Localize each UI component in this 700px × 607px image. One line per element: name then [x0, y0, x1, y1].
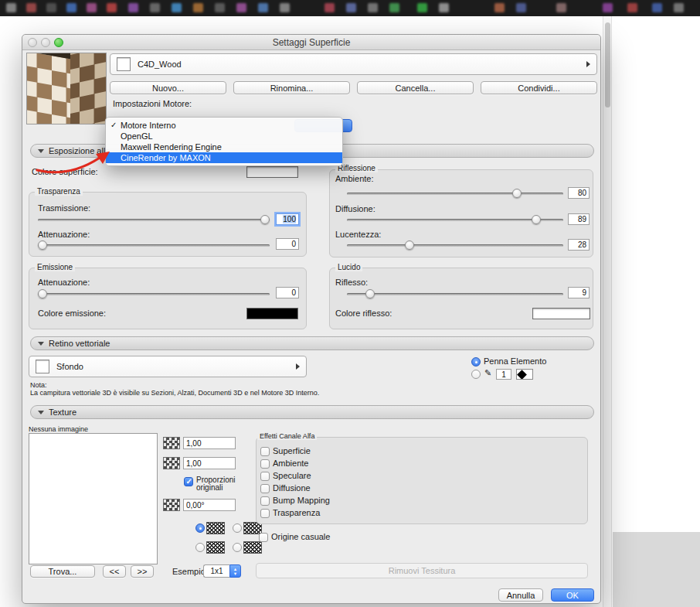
menubar-icon[interactable]: [346, 3, 356, 12]
menubar-icon[interactable]: [26, 3, 36, 12]
menubar-icon[interactable]: [87, 3, 97, 12]
mirror-option-2-radio[interactable]: [233, 523, 242, 533]
emission-attenuation-slider[interactable]: [38, 289, 270, 299]
delete-button[interactable]: Cancella...: [357, 81, 474, 94]
menubar-icon[interactable]: [417, 3, 427, 12]
find-texture-button[interactable]: Trova...: [30, 565, 95, 578]
random-origin-checkbox[interactable]: [259, 533, 268, 542]
transmission-value-field[interactable]: 100: [276, 213, 299, 225]
reflex-slider[interactable]: [347, 289, 563, 299]
diffusion-value-field[interactable]: 89: [568, 213, 590, 225]
mirror-option-1-radio[interactable]: [195, 523, 205, 533]
menubar-icon[interactable]: [215, 3, 225, 12]
title-bar[interactable]: Settaggi Superficie: [22, 35, 600, 50]
previous-texture-button[interactable]: <<: [103, 565, 126, 578]
section-header-vector-hatch[interactable]: Retino vettoriale: [30, 336, 594, 350]
menu-item-cinerender[interactable]: CineRender by MAXON: [106, 152, 342, 163]
menubar-icon[interactable]: [603, 3, 613, 12]
surface-color-swatch[interactable]: [246, 166, 298, 178]
ambient-slider[interactable]: [347, 189, 563, 199]
texture-size-y-field[interactable]: 1,00: [183, 457, 236, 469]
menubar-icon[interactable]: [439, 3, 449, 12]
section-header-texture[interactable]: Texture: [30, 405, 594, 419]
alpha-bump-mapping-checkbox[interactable]: [260, 496, 270, 506]
menubar-icon[interactable]: [236, 3, 246, 12]
example-stepper[interactable]: 1x1: [203, 564, 241, 578]
scrollbar-thumb[interactable]: [605, 22, 610, 107]
alpha-diffusione-checkbox[interactable]: [260, 484, 270, 493]
shininess-slider[interactable]: [347, 240, 563, 251]
surface-color-label: Colore superficie:: [32, 167, 98, 176]
menubar-icon[interactable]: [627, 3, 637, 12]
attenuation-value-field[interactable]: 0: [276, 238, 299, 250]
menubar-icon[interactable]: [150, 3, 160, 12]
mirror-pattern-3-icon: [206, 541, 225, 554]
menubar-icon[interactable]: [494, 3, 505, 12]
share-button[interactable]: Condividi...: [481, 81, 597, 94]
menu-item-internal-engine[interactable]: ✓ Motore Interno: [106, 120, 342, 131]
slider-thumb[interactable]: [365, 289, 375, 298]
menubar-icon[interactable]: [389, 3, 399, 12]
diffusion-slider[interactable]: [347, 215, 563, 225]
menubar-icon[interactable]: [46, 3, 56, 12]
menubar-icon[interactable]: [128, 3, 138, 12]
emission-attenuation-label: Attenuazione:: [38, 278, 90, 287]
new-button[interactable]: Nuovo...: [110, 81, 226, 94]
menubar-icon[interactable]: [368, 3, 378, 12]
slider-thumb[interactable]: [38, 240, 47, 250]
alpha-trasparenza-checkbox[interactable]: [260, 509, 270, 518]
menubar-icon[interactable]: [6, 3, 16, 12]
rename-button[interactable]: Rinomina...: [233, 81, 350, 94]
attenuation-slider[interactable]: [38, 240, 270, 251]
menubar-icon[interactable]: [280, 3, 290, 12]
slider-track: [347, 293, 563, 295]
background-hatch-selector[interactable]: Sfondo: [29, 356, 307, 377]
material-swatch: [117, 57, 131, 71]
alpha-speculare-checkbox[interactable]: [260, 472, 270, 481]
reflex-color-swatch[interactable]: [532, 308, 590, 319]
menu-item-maxwell[interactable]: Maxwell Rendering Engine: [106, 142, 342, 152]
next-texture-button[interactable]: >>: [131, 565, 154, 578]
custom-pen-radio[interactable]: [471, 370, 481, 379]
material-selector[interactable]: C4D_Wood: [110, 53, 597, 75]
texture-angle-field[interactable]: 0,00°: [183, 499, 236, 511]
menubar-icon[interactable]: [107, 3, 117, 12]
scrollbar[interactable]: [603, 16, 612, 607]
menubar-icon[interactable]: [325, 3, 335, 12]
menubar-icon[interactable]: [258, 3, 268, 12]
pen-number-field[interactable]: 1: [496, 369, 511, 380]
slider-thumb[interactable]: [38, 289, 47, 298]
menubar-icon[interactable]: [556, 3, 566, 12]
pen-color-chip[interactable]: [516, 369, 533, 380]
transmission-slider[interactable]: [38, 215, 270, 225]
field-value: 1: [501, 370, 506, 379]
slider-thumb[interactable]: [260, 215, 270, 224]
menubar-icon[interactable]: [674, 3, 684, 12]
ok-button[interactable]: OK: [551, 588, 594, 602]
emission-color-swatch[interactable]: [246, 308, 298, 319]
menu-item-opengl[interactable]: OpenGL: [106, 131, 342, 142]
mirror-option-4-radio[interactable]: [233, 543, 242, 552]
shininess-value-field[interactable]: 28: [568, 239, 590, 251]
original-proportions-checkbox[interactable]: [184, 477, 193, 486]
pen-element-radio[interactable]: [471, 357, 481, 367]
menubar-icon[interactable]: [193, 3, 203, 12]
menubar-icon[interactable]: [652, 3, 662, 12]
field-value: 89: [578, 215, 586, 223]
texture-size-x-field[interactable]: 1,00: [183, 437, 236, 449]
ambient-value-field[interactable]: 80: [568, 187, 590, 199]
alpha-superficie-checkbox[interactable]: [260, 447, 270, 456]
mirror-option-3-radio[interactable]: [195, 543, 205, 552]
stepper-arrows-icon[interactable]: [229, 564, 241, 578]
slider-thumb[interactable]: [405, 240, 414, 250]
menubar-icon[interactable]: [516, 3, 526, 12]
cancel-button[interactable]: Annulla: [498, 588, 543, 602]
texture-preview-box[interactable]: [29, 433, 158, 564]
alpha-ambiente-checkbox[interactable]: [260, 459, 270, 469]
slider-thumb[interactable]: [532, 215, 541, 224]
emission-attenuation-value-field[interactable]: 0: [276, 287, 299, 298]
menubar-icon[interactable]: [172, 3, 182, 12]
slider-thumb[interactable]: [512, 189, 522, 198]
reflex-value-field[interactable]: 9: [568, 287, 590, 298]
menubar-icon[interactable]: [66, 3, 76, 12]
